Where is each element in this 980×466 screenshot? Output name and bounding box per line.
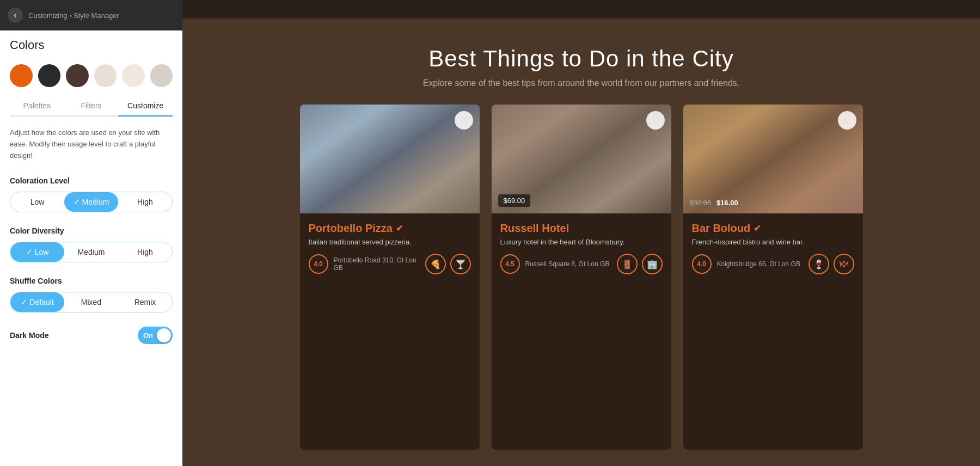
bar-price-strike: $32.00 $16.00 [690,199,738,207]
panel-title: Colors [0,30,182,56]
hotel-price-badge: $69.00 [498,194,531,207]
pizza-icons: 🍕 🍸 [425,254,471,274]
hotel-icon-2[interactable]: 🏢 [642,254,663,274]
color-diversity-title: Color Diversity [10,226,173,235]
card-hotel-body: Russell Hotel Luxury hotel in the heart … [492,213,671,281]
card-hotel-image: ♡ $69.00 [492,105,671,213]
pizza-icon-2[interactable]: 🍸 [450,254,471,274]
coloration-level-group: Low ✓Medium High [10,192,173,212]
card-bar-name: Bar Boloud ✔ [692,222,854,235]
card-pizza-footer: 4.0 Portobello Road 310, Gt Lon GB 🍕 🍸 [309,254,471,274]
coloration-level-title: Coloration Level [10,176,173,185]
card-pizza-body: Portobello Pizza ✔ Italian traditional s… [300,213,480,281]
card-bar-footer: 4.0 Knightsbridge 66, Gt Lon GB 🍷 🍽 [692,254,854,274]
swatch-black[interactable] [38,64,61,87]
card-bar-body: Bar Boloud ✔ French-inspired bistro and … [683,213,863,281]
dark-mode-label: Dark Mode [10,331,49,340]
coloration-medium-btn[interactable]: ✓Medium [64,192,118,212]
shuffle-remix-btn[interactable]: Remix [118,292,172,312]
hotel-heart-btn[interactable]: ♡ [646,111,665,130]
card-bar-image: ♡ $32.00 $16.00 [683,105,863,213]
bar-verified-icon: ✔ [754,223,761,234]
hotel-address: Russell Square 8, Gt Lon GB [525,260,611,268]
top-bar [182,0,980,19]
hero-section: Best Things to Do in the City Explore so… [182,19,980,105]
pizza-image-overlay [300,105,480,213]
pizza-rating: 4.0 [309,254,328,274]
diversity-low-btn[interactable]: ✓Low [10,242,64,262]
card-pizza-image: ♡ [300,105,480,213]
tabs-row: Palettes Filters Customize [10,96,173,116]
pizza-heart-btn[interactable]: ♡ [455,111,473,130]
toggle-knob [157,328,171,342]
card-hotel: ♡ $69.00 Russell Hotel Luxury hotel in t… [492,105,671,450]
swatch-dark-brown[interactable] [66,64,89,87]
swatch-gray-beige[interactable] [150,64,173,87]
cards-row: ♡ Portobello Pizza ✔ Italian traditional… [182,105,980,466]
bar-address: Knightsbridge 66, Gt Lon GB [717,260,803,268]
swatch-light-beige[interactable] [94,64,117,87]
bar-icon-1[interactable]: 🍷 [808,254,829,274]
hotel-rating: 4.5 [500,254,520,274]
color-diversity-group: ✓Low Medium High [10,242,173,262]
card-bar-desc: French-inspired bistro and wine bar. [692,238,854,246]
card-bar: ♡ $32.00 $16.00 Bar Boloud ✔ French-insp… [683,105,863,450]
diversity-high-btn[interactable]: High [118,242,172,262]
card-pizza: ♡ Portobello Pizza ✔ Italian traditional… [300,105,480,450]
pizza-icon-1[interactable]: 🍕 [425,254,446,274]
coloration-high-btn[interactable]: High [118,192,172,212]
swatch-orange[interactable] [10,64,33,87]
color-diversity-section: Color Diversity ✓Low Medium High [0,217,182,267]
tab-palettes[interactable]: Palettes [10,96,64,116]
coloration-level-section: Coloration Level Low ✓Medium High [0,167,182,217]
back-button[interactable]: ‹ [8,8,23,23]
hotel-icons: 🚪 🏢 [617,254,663,274]
breadcrumb: Customizing › Style Manager [28,11,119,20]
bar-image-overlay [683,105,863,213]
bar-heart-btn[interactable]: ♡ [838,111,856,130]
bar-icon-2[interactable]: 🍽 [834,254,854,274]
coloration-low-btn[interactable]: Low [10,192,64,212]
dark-mode-toggle[interactable]: On [138,327,173,344]
card-pizza-name: Portobello Pizza ✔ [309,222,471,235]
left-panel: ‹ Customizing › Style Manager Colors Pal… [0,0,182,466]
panel-header: ‹ Customizing › Style Manager [0,0,182,30]
card-hotel-name: Russell Hotel [500,222,663,235]
swatches-row [0,56,182,96]
shuffle-mixed-btn[interactable]: Mixed [64,292,118,312]
description-text: Adjust how the colors are used on your s… [0,116,182,167]
hero-title: Best Things to Do in the City [193,46,969,72]
card-pizza-desc: Italian traditional served pizzeria. [309,238,471,246]
shuffle-colors-group: ✓Default Mixed Remix [10,292,173,312]
dark-mode-row: Dark Mode On [0,317,182,357]
bar-rating: 4.0 [692,254,712,274]
diversity-medium-btn[interactable]: Medium [64,242,118,262]
card-hotel-footer: 4.5 Russell Square 8, Gt Lon GB 🚪 🏢 [500,254,663,274]
tab-customize[interactable]: Customize [118,96,173,116]
swatch-lighter-beige[interactable] [122,64,145,87]
tab-filters[interactable]: Filters [64,96,119,116]
right-content: Best Things to Do in the City Explore so… [182,0,980,466]
hero-subtitle: Explore some of the best tips from aroun… [193,78,969,88]
toggle-text: On [143,332,153,340]
card-hotel-desc: Luxury hotel in the heart of Bloomsbury. [500,238,663,246]
hotel-icon-1[interactable]: 🚪 [617,254,638,274]
shuffle-colors-title: Shuffle Colors [10,277,173,285]
bar-icons: 🍷 🍽 [808,254,854,274]
shuffle-default-btn[interactable]: ✓Default [10,292,64,312]
pizza-address: Portobello Road 310, Gt Lon GB [334,256,420,272]
pizza-verified-icon: ✔ [396,223,403,234]
shuffle-colors-section: Shuffle Colors ✓Default Mixed Remix [0,267,182,317]
